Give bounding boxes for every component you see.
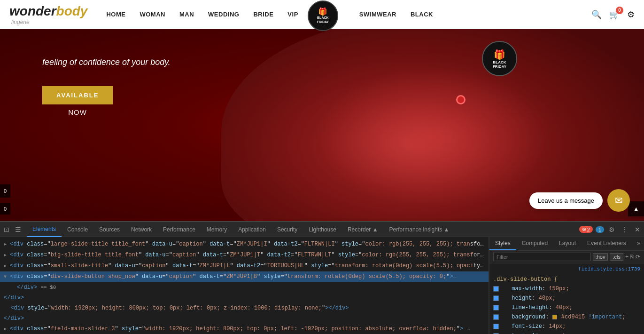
styles-tab-bar: Styles Computed Layout Event Listeners » <box>489 237 644 251</box>
error-badge: ⊗ 2 <box>579 226 593 233</box>
dom-line-3: ▶ <div class="small-slide-title" data-u=… <box>0 261 489 271</box>
top-nav: wonder body lingerie HOME WOMAN MAN WEDD… <box>0 0 644 29</box>
tab-network[interactable]: Network <box>125 222 157 237</box>
style-prop-background: background: #cd9415 !important; <box>493 312 640 322</box>
nav-swimwear[interactable]: SWIMWEAR <box>359 11 396 18</box>
nav-man[interactable]: MAN <box>179 11 194 18</box>
dom-line-8: </div> <box>0 313 489 324</box>
devtools-tab-icons: ⊗ 2 1 ⚙ ⋮ ✕ <box>579 225 642 234</box>
nav-bride[interactable]: BRIDE <box>253 11 273 18</box>
color-swatch-background[interactable] <box>552 315 557 319</box>
styles-tab-event-listeners[interactable]: Event Listeners <box>582 237 632 250</box>
style-check-max-width[interactable] <box>493 286 499 292</box>
tab-performance-insights[interactable]: Performance insights ▲ <box>384 222 455 237</box>
devtools-more-btn[interactable]: ☰ <box>13 225 23 234</box>
chat-button[interactable]: ✉ <box>607 189 630 212</box>
refresh-styles-button[interactable]: ⟳ <box>636 254 640 260</box>
tab-security[interactable]: Security <box>272 222 303 237</box>
side-left-button2[interactable]: 0 <box>0 203 10 215</box>
styles-content: field_style.css:1739 .div-slide-button {… <box>489 263 644 334</box>
styles-tab-computed[interactable]: Computed <box>516 237 553 250</box>
elements-panel[interactable]: ▶ <div class="large-slide-title title_fo… <box>0 237 489 334</box>
hero-section: 🎁 BLACK FRIDAY feeling of confidence of … <box>0 29 644 221</box>
tab-performance[interactable]: Performance <box>157 222 201 237</box>
black-friday-nav-badge: 🎁 BLACK FRIDAY <box>312 3 345 26</box>
cls-button[interactable]: .cls <box>610 253 623 261</box>
hov-button[interactable]: :hov <box>593 253 608 261</box>
logo: wonder body lingerie <box>9 4 87 25</box>
dom-line-4[interactable]: ▼ <div class="div-slide-button shop_now"… <box>0 271 489 282</box>
hero-cta-sub: NOW <box>42 108 113 116</box>
dom-line-6: </div> <box>0 293 489 303</box>
styles-filter-bar: :hov .cls + ⎘ ⟳ <box>489 251 644 263</box>
cart-badge: 0 <box>616 7 623 14</box>
hero-tagline: feeling of confidence of your body. <box>42 57 171 67</box>
style-rule-block: .div-slide-button { max-width: 150px; he… <box>489 273 644 334</box>
logo-body: body <box>56 4 88 19</box>
copy-styles-button[interactable]: ⎘ <box>630 254 634 260</box>
devtools-main: ▶ <div class="large-slide-title title_fo… <box>0 237 644 334</box>
styles-filter-input[interactable] <box>493 253 591 261</box>
tab-sources[interactable]: Sources <box>93 222 125 237</box>
devtools-tabbar: ⊡ ☰ Elements Console Sources Network Per… <box>0 222 644 237</box>
tab-recorder[interactable]: Recorder ▲ <box>342 222 384 237</box>
dom-line-7: <div style="width: 1920px; height: 800px… <box>0 303 489 313</box>
style-prop-height: height: 40px; <box>493 294 640 303</box>
style-check-font-size[interactable] <box>493 324 499 329</box>
chat-message: Leave us a message <box>529 192 603 209</box>
devtools: ⊡ ☰ Elements Console Sources Network Per… <box>0 221 644 334</box>
tab-application[interactable]: Application <box>233 222 272 237</box>
style-prop-font-size: font-size: 14px; <box>493 322 640 331</box>
styles-tab-more[interactable]: » <box>633 237 644 250</box>
nav-vip[interactable]: VIP <box>287 11 298 18</box>
dom-line-5: </div> == $0 <box>0 282 489 293</box>
style-source-link[interactable]: field_style.css:1739 <box>578 266 640 272</box>
more-options-icon[interactable]: ⋮ <box>620 225 630 234</box>
tab-console[interactable]: Console <box>62 222 93 237</box>
settings-icon[interactable]: ⚙ <box>607 225 617 234</box>
add-rule-button[interactable]: + <box>625 254 628 260</box>
logo-lingerie: lingerie <box>11 19 87 25</box>
chat-widget: Leave us a message ✉ <box>529 189 630 212</box>
style-check-background[interactable] <box>493 314 499 320</box>
dom-line-2: ▶ <div class="big-slide-title title_font… <box>0 250 489 261</box>
styles-tab-styles[interactable]: Styles <box>489 237 516 250</box>
cart-button[interactable]: 🛒 0 <box>609 9 620 20</box>
nav-home[interactable]: HOME <box>106 11 125 18</box>
style-prop-line-height: line-height: 40px; <box>493 303 640 312</box>
tab-elements[interactable]: Elements <box>27 222 62 237</box>
nav-wedding[interactable]: WEDDING <box>208 11 239 18</box>
styles-tab-layout[interactable]: Layout <box>553 237 582 250</box>
nav-links: HOME WOMAN MAN WEDDING BRIDE VIP 🎁 BLACK… <box>106 3 591 26</box>
close-devtools-icon[interactable]: ✕ <box>633 225 642 234</box>
hero-content: feeling of confidence of your body. AVAI… <box>42 57 171 116</box>
nav-woman[interactable]: WOMAN <box>140 11 165 18</box>
dom-line-1: ▶ <div class="large-slide-title title_fo… <box>0 239 489 250</box>
nav-black[interactable]: BLACK <box>411 11 433 18</box>
devtools-dock-btn[interactable]: ⊡ <box>2 225 11 234</box>
warning-badge: 1 <box>596 226 604 233</box>
style-check-height[interactable] <box>493 295 499 301</box>
dom-line-9: ▶ <div class="field-main-slider_3" style… <box>0 324 489 334</box>
style-prop-max-width: max-width: 150px; <box>493 284 640 294</box>
side-left-button[interactable]: 0 <box>0 184 10 198</box>
black-friday-hero-badge: 🎁 BLACK FRIDAY <box>482 41 517 76</box>
nav-icons: 🔍 🛒 0 ⚙ <box>591 9 635 20</box>
style-selector: .div-slide-button { <box>493 276 558 283</box>
available-button[interactable]: AVAILABLE <box>42 86 113 104</box>
style-check-line-height[interactable] <box>493 305 499 310</box>
tab-lighthouse[interactable]: Lighthouse <box>303 222 342 237</box>
style-prop-text-align: text-align: center; <box>493 331 640 334</box>
search-button[interactable]: 🔍 <box>591 9 602 20</box>
settings-button[interactable]: ⚙ <box>627 9 635 20</box>
scroll-up-button[interactable]: ▲ <box>628 201 644 216</box>
logo-wonder: wonder <box>9 4 56 19</box>
styles-panel: Styles Computed Layout Event Listeners »… <box>489 237 644 334</box>
tab-memory[interactable]: Memory <box>201 222 233 237</box>
